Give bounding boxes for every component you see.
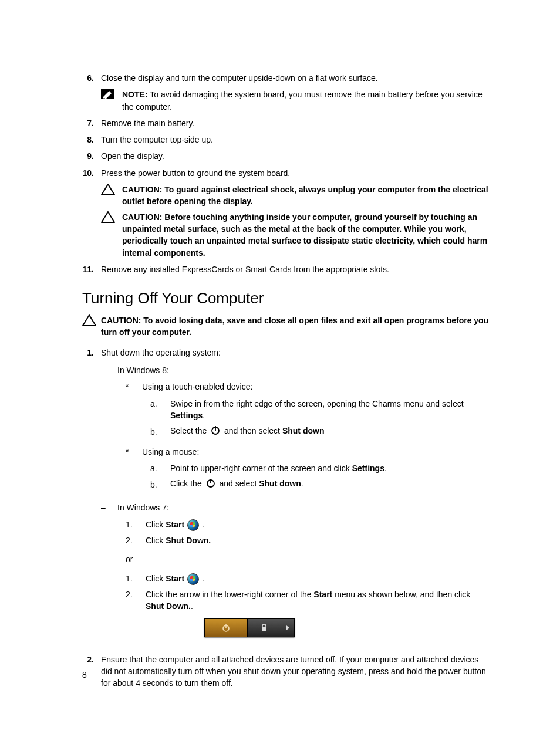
step-6: 6. Close the display and turn the comput… <box>82 72 490 84</box>
substep-2: 2. Click Shut Down. <box>126 535 490 546</box>
power-icon <box>210 425 221 438</box>
step-2: 2. Ensure that the computer and all atta… <box>82 654 490 689</box>
start-orb-icon <box>187 519 199 531</box>
substep-b: b. Select the and then select Shut down <box>150 425 490 438</box>
sub-item-windows7: – In Windows 7: 1. Click Start . 2. <box>101 502 490 640</box>
caution-text: CAUTION: Before touching anything inside… <box>122 211 490 259</box>
svg-rect-7 <box>262 627 266 631</box>
caution-callout: CAUTION: Before touching anything inside… <box>101 211 490 259</box>
step-number: 6. <box>82 72 101 84</box>
note-label: NOTE: <box>122 90 148 99</box>
note-text: NOTE: To avoid damaging the system board… <box>122 89 490 113</box>
caution-icon <box>101 211 122 259</box>
power-icon <box>205 478 216 491</box>
start-orb-icon <box>187 573 199 585</box>
step-11: 11. Remove any installed ExpressCards or… <box>82 263 490 275</box>
note-icon <box>101 89 122 113</box>
sub-item-windows8: – In Windows 8: * Using a touch-enabled … <box>101 364 490 498</box>
substep-b: b. Click the and select Shut down. <box>150 478 490 491</box>
note-callout: NOTE: To avoid damaging the system board… <box>101 89 490 113</box>
sub-item-mouse: * Using a mouse: a. Point to upper-right… <box>126 446 490 495</box>
shutdown-button-image <box>204 618 295 637</box>
caution-callout: CAUTION: To guard against electrical sho… <box>101 184 490 208</box>
section-heading: Turning Off Your Computer <box>82 289 490 307</box>
substep-2-alt: 2. Click the arrow in the lower-right co… <box>126 589 490 637</box>
power-segment <box>205 619 248 637</box>
caution-text: CAUTION: To avoid losing data, save and … <box>101 314 490 339</box>
caution-icon <box>101 184 122 208</box>
substep-1: 1. Click Start . <box>126 519 490 531</box>
arrow-segment <box>281 619 294 637</box>
step-text: Shut down the operating system: <box>101 347 490 359</box>
caution-callout: CAUTION: To avoid losing data, save and … <box>82 314 490 339</box>
substep-a: a. Swipe in from the right edge of the s… <box>150 398 490 422</box>
sub-item-touch: * Using a touch-enabled device: a. Swipe… <box>126 381 490 442</box>
caution-icon <box>82 314 101 339</box>
lock-segment <box>248 619 281 637</box>
page-number: 8 <box>82 670 87 679</box>
step-8: 8. Turn the computer top-side up. <box>82 134 490 146</box>
caution-text: CAUTION: To guard against electrical sho… <box>122 184 490 208</box>
substep-a: a. Point to upper-right corner of the sc… <box>150 462 490 474</box>
step-text: Close the display and turn the computer … <box>101 72 490 84</box>
substep-1-alt: 1. Click Start . <box>126 573 490 585</box>
step-10: 10. Press the power button to ground the… <box>82 167 490 179</box>
step-7: 7. Remove the main battery. <box>82 117 490 129</box>
step-1: 1. Shut down the operating system: – In … <box>82 347 490 644</box>
or-text: or <box>126 553 490 565</box>
step-9: 9. Open the display. <box>82 150 490 162</box>
